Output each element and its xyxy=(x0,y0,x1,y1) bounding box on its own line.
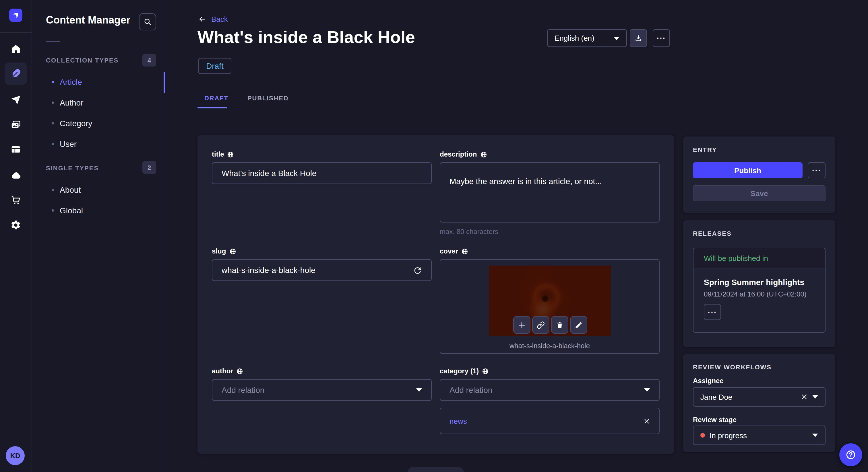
globe-icon xyxy=(237,368,243,374)
entry-more-button[interactable]: ··· xyxy=(808,162,826,178)
review-panel-title: REVIEW WORKFLOWS xyxy=(693,364,826,370)
page-title: What's inside a Black Hole xyxy=(197,28,415,47)
releases-plane-icon[interactable] xyxy=(5,89,27,111)
arrow-left-icon xyxy=(198,15,207,24)
cover-media-card: what-s-inside-a-black-hole xyxy=(440,259,660,354)
bullet-icon xyxy=(52,189,54,191)
content-manager-sidebar: Content Manager COLLECTION TYPES 4 Artic… xyxy=(32,0,165,472)
add-media-button[interactable] xyxy=(513,316,530,334)
release-more-button[interactable]: ··· xyxy=(704,304,721,320)
edit-media-button[interactable] xyxy=(570,316,587,334)
sidebar-item-author[interactable]: Author xyxy=(41,92,161,113)
assignee-label: Assignee xyxy=(693,377,724,385)
pencil-icon xyxy=(575,321,583,329)
rail-divider xyxy=(0,32,32,33)
sidebar-item-user[interactable]: User xyxy=(41,134,161,154)
description-helper: max. 80 characters xyxy=(440,228,660,236)
home-icon[interactable] xyxy=(5,38,27,60)
plus-icon xyxy=(518,321,526,329)
entry-panel-title: ENTRY xyxy=(693,146,826,153)
field-author: author Add relation xyxy=(212,367,432,401)
sidebar-item-about[interactable]: About xyxy=(41,179,161,200)
search-icon xyxy=(144,18,152,26)
sidebar-title: Content Manager xyxy=(46,14,130,26)
media-library-icon[interactable] xyxy=(5,113,27,136)
globe-icon xyxy=(482,368,489,374)
clear-assignee-x-icon[interactable] xyxy=(801,394,808,400)
strapi-logo[interactable] xyxy=(9,9,22,22)
bullet-icon xyxy=(52,102,54,104)
field-author-label: author xyxy=(212,367,234,375)
globe-icon xyxy=(228,151,234,158)
stage-status-dot xyxy=(701,433,705,438)
publish-button[interactable]: Publish xyxy=(693,162,803,178)
help-button[interactable] xyxy=(839,443,862,466)
slug-input[interactable]: what-s-inside-a-black-hole xyxy=(212,259,432,281)
release-card-header: Will be published in xyxy=(693,248,825,268)
active-tab-underline xyxy=(197,107,227,108)
review-stage-combobox[interactable]: In progress xyxy=(693,426,826,445)
globe-icon xyxy=(229,248,236,255)
app-window: KD Content Manager COLLECTION TYPES 4 Ar… xyxy=(0,0,868,472)
search-button[interactable] xyxy=(139,13,156,30)
review-workflows-panel: REVIEW WORKFLOWS Assignee Jane Doe Revie… xyxy=(683,354,835,452)
releases-panel-title: RELEASES xyxy=(693,230,826,237)
field-category-label: category (1) xyxy=(440,367,479,375)
strapi-logo-glyph xyxy=(12,11,20,19)
field-title-label: title xyxy=(212,150,224,158)
edit-form-panel: title What's inside a Black Hole descrip… xyxy=(197,135,674,453)
delete-media-button[interactable] xyxy=(551,316,568,334)
sidebar-item-article[interactable]: Article xyxy=(41,72,161,92)
field-cover-label: cover xyxy=(440,247,458,255)
sidebar-divider xyxy=(46,41,60,42)
header-more-button[interactable]: ··· xyxy=(653,29,670,47)
single-types-count-badge: 2 xyxy=(143,161,156,174)
field-description: description Maybe the answer is in this … xyxy=(440,150,660,236)
relation-item-news: news xyxy=(440,408,660,434)
field-slug: slug what-s-inside-a-black-hole xyxy=(212,247,432,281)
active-item-indicator xyxy=(164,72,165,93)
sidebar-item-global[interactable]: Global xyxy=(41,200,161,221)
author-relation-combobox[interactable]: Add relation xyxy=(212,379,432,401)
globe-icon xyxy=(480,151,487,158)
chevron-down-icon xyxy=(644,388,650,392)
regenerate-icon[interactable] xyxy=(413,266,422,274)
status-badge: Draft xyxy=(198,58,231,74)
bullet-icon xyxy=(52,81,54,83)
chevron-down-icon xyxy=(614,36,619,40)
content-manager-icon[interactable] xyxy=(5,63,27,85)
tab-draft[interactable]: DRAFT xyxy=(205,95,228,102)
remove-relation-x-icon[interactable] xyxy=(644,418,650,424)
assignee-combobox[interactable]: Jane Doe xyxy=(693,387,826,407)
content-type-builder-icon[interactable] xyxy=(5,138,27,161)
back-link[interactable]: Back xyxy=(198,15,228,24)
settings-gear-icon[interactable] xyxy=(5,214,27,236)
release-date: 09/11/2024 at 16:00 (UTC+02:00) xyxy=(704,290,815,298)
category-relation-combobox[interactable]: Add relation xyxy=(440,379,660,401)
field-description-label: description xyxy=(440,150,477,158)
sidebar-item-category[interactable]: Category xyxy=(41,113,161,134)
field-title: title What's inside a Black Hole xyxy=(212,150,432,184)
download-icon xyxy=(634,34,642,42)
copy-link-button[interactable] xyxy=(532,316,549,334)
trash-icon xyxy=(556,321,564,329)
bullet-icon xyxy=(52,143,54,145)
question-mark-icon xyxy=(845,449,857,461)
marketplace-cart-icon[interactable] xyxy=(5,189,27,211)
tab-published[interactable]: PUBLISHED xyxy=(247,95,288,102)
field-cover: cover xyxy=(440,247,660,354)
save-button[interactable]: Save xyxy=(693,185,826,201)
description-textarea[interactable]: Maybe the answer is in this article, or … xyxy=(440,162,660,223)
cloud-icon[interactable] xyxy=(5,164,27,187)
field-category: category (1) Add relation news xyxy=(440,367,660,434)
entry-panel: ENTRY Publish ··· Save xyxy=(683,136,835,213)
locale-select[interactable]: English (en) xyxy=(547,29,627,47)
user-avatar[interactable]: KD xyxy=(6,446,25,465)
release-card: Will be published in Spring Summer highl… xyxy=(693,248,826,333)
globe-icon xyxy=(462,248,468,255)
release-name: Spring Summer highlights xyxy=(704,278,815,287)
field-slug-label: slug xyxy=(212,247,226,255)
title-input[interactable]: What's inside a Black Hole xyxy=(212,162,432,184)
relation-link[interactable]: news xyxy=(450,417,644,425)
export-button[interactable] xyxy=(630,29,647,47)
